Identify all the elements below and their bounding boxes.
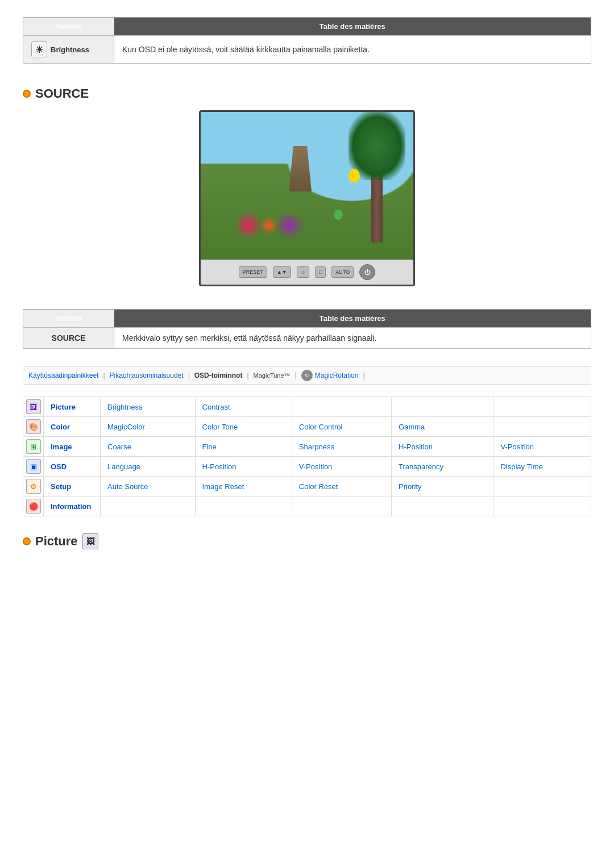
nav-sep-5: | bbox=[363, 372, 364, 379]
image-hposition-link[interactable]: H-Position bbox=[392, 437, 493, 457]
menu-icon-ctrl: □ bbox=[319, 269, 322, 275]
setup-priority-link[interactable]: Priority bbox=[392, 477, 493, 496]
info-menu-name[interactable]: Information bbox=[44, 496, 101, 516]
nav-sep-3: | bbox=[247, 372, 248, 379]
source-dot-icon bbox=[23, 90, 31, 98]
flowers bbox=[235, 214, 303, 237]
image-coarse-link[interactable]: Coarse bbox=[101, 437, 196, 457]
color-menu-icon: 🎨 bbox=[26, 419, 41, 434]
table-row: ▣ OSD Language H-Position V-Position Tra… bbox=[23, 457, 591, 477]
power-button[interactable]: ⏻ bbox=[359, 264, 375, 280]
nav-link-rotation[interactable]: MagicRotation bbox=[315, 372, 359, 379]
green-balloon bbox=[334, 210, 343, 220]
info-col3 bbox=[292, 496, 391, 516]
osd-language-link[interactable]: Language bbox=[101, 457, 196, 477]
top-table-col1-header: Valikko bbox=[23, 18, 114, 36]
picture-section-icon: 🖼 bbox=[82, 533, 98, 549]
osd-displaytime-link[interactable]: Display Time bbox=[493, 457, 591, 477]
monitor-frame: PRESET ▲▼ ☼ □ AUTO ⏻ bbox=[199, 110, 415, 286]
source-title: SOURCE bbox=[35, 86, 89, 101]
brightness-menu-item: ☀ Brightness bbox=[31, 41, 106, 57]
table-row: ⊞ Image Coarse Fine Sharpness H-Position… bbox=[23, 437, 591, 457]
picture-col3 bbox=[292, 397, 391, 417]
image-icon-cell: ⊞ bbox=[23, 437, 44, 457]
magic-rotation-icon: ↻ bbox=[301, 370, 313, 381]
magic-tune-link[interactable]: MagicTune™ bbox=[254, 372, 291, 379]
picture-brightness-link[interactable]: Brightness bbox=[101, 397, 196, 417]
info-icon-cell: 🔴 bbox=[23, 496, 44, 516]
preset-button[interactable]: PRESET bbox=[239, 266, 267, 278]
osd-menu-icon: ▣ bbox=[26, 459, 41, 474]
osd-icon-cell: ▣ bbox=[23, 457, 44, 477]
osd-menu-table: 🖼 Picture Brightness Contrast 🎨 Color Ma… bbox=[23, 397, 591, 516]
picture-dot-icon bbox=[23, 537, 31, 545]
nav-sep-1: | bbox=[103, 372, 105, 379]
table-row: ⚙ Setup Auto Source Image Reset Color Re… bbox=[23, 477, 591, 496]
setup-menu-name[interactable]: Setup bbox=[44, 477, 101, 496]
monitor-controls-bar: PRESET ▲▼ ☼ □ AUTO ⏻ bbox=[201, 260, 413, 285]
navigation-bar: Käyttösäädinpainikkeet | Pikaohjausomina… bbox=[23, 366, 591, 385]
top-info-table: Valikko Table des matières ☀ Brightness … bbox=[23, 17, 591, 64]
picture-col5 bbox=[493, 397, 591, 417]
menu-button[interactable]: □ bbox=[315, 266, 326, 278]
source-desc-cell: Merkkivalo syttyy sen merkiksi, että näy… bbox=[114, 328, 591, 349]
image-vposition-link[interactable]: V-Position bbox=[493, 437, 591, 457]
image-menu-icon: ⊞ bbox=[26, 439, 41, 454]
picture-heading: Picture 🖼 bbox=[23, 533, 591, 549]
info-col5 bbox=[493, 496, 591, 516]
auto-text-label: AUTO bbox=[335, 269, 350, 275]
nav-sep-4: | bbox=[295, 372, 297, 379]
top-table-col2-header: Table des matières bbox=[114, 18, 591, 36]
setup-icon-cell: ⚙ bbox=[23, 477, 44, 496]
osd-transparency-link[interactable]: Transparency bbox=[392, 457, 493, 477]
preset-label: PRESET bbox=[243, 269, 263, 275]
auto-text-button[interactable]: AUTO bbox=[331, 266, 354, 278]
image-menu-name[interactable]: Image bbox=[44, 437, 101, 457]
osd-vposition-link[interactable]: V-Position bbox=[292, 457, 391, 477]
setup-autosource-link[interactable]: Auto Source bbox=[101, 477, 196, 496]
picture-icon-cell: 🖼 bbox=[23, 397, 44, 417]
power-icon: ⏻ bbox=[364, 269, 371, 276]
color-control-link[interactable]: Color Control bbox=[292, 417, 391, 437]
setup-col5 bbox=[493, 477, 591, 496]
table-row: 🎨 Color MagicColor Color Tone Color Cont… bbox=[23, 417, 591, 437]
source-button[interactable]: ▲▼ bbox=[273, 266, 291, 278]
nav-link-buttons[interactable]: Käyttösäädinpainikkeet bbox=[28, 372, 98, 379]
nav-link-quick[interactable]: Pikaohjausominaisuudet bbox=[110, 372, 184, 379]
source-table-col2-header: Table des matières bbox=[114, 310, 591, 328]
osd-hposition-link[interactable]: H-Position bbox=[195, 457, 292, 477]
source-table-col1-header: Valikko bbox=[23, 310, 114, 328]
source-menu-cell: SOURCE bbox=[23, 328, 114, 349]
picture-menu-name[interactable]: Picture bbox=[44, 397, 101, 417]
top-table-desc-cell: Kun OSD ei ole näytössä, voit säätää kir… bbox=[114, 36, 591, 64]
color-tone-link[interactable]: Color Tone bbox=[195, 417, 292, 437]
magic-tune-text: MagicTune™ bbox=[254, 372, 291, 379]
nav-active-osd: OSD-toiminnot bbox=[194, 372, 243, 379]
picture-contrast-link[interactable]: Contrast bbox=[195, 397, 292, 417]
color-menu-name[interactable]: Color bbox=[44, 417, 101, 437]
brightness-label: Brightness bbox=[51, 45, 89, 54]
picture-title: Picture bbox=[35, 534, 78, 549]
picture-col4 bbox=[392, 397, 493, 417]
auto-icon: ☼ bbox=[301, 269, 305, 275]
yellow-balloon bbox=[349, 169, 360, 182]
source-heading: SOURCE bbox=[23, 86, 591, 101]
info-col2 bbox=[195, 496, 292, 516]
auto-button[interactable]: ☼ bbox=[297, 266, 309, 278]
color-magiccolor-link[interactable]: MagicColor bbox=[101, 417, 196, 437]
info-col1 bbox=[101, 496, 196, 516]
top-table-menu-cell: ☀ Brightness bbox=[23, 36, 114, 64]
color-gamma-link[interactable]: Gamma bbox=[392, 417, 493, 437]
image-sharpness-link[interactable]: Sharpness bbox=[292, 437, 391, 457]
image-fine-link[interactable]: Fine bbox=[195, 437, 292, 457]
setup-menu-icon: ⚙ bbox=[26, 479, 41, 494]
picture-menu-icon: 🖼 bbox=[26, 399, 41, 414]
monitor-screen bbox=[201, 112, 415, 260]
source-info-table: Valikko Table des matières SOURCE Merkki… bbox=[23, 309, 591, 349]
osd-menu-name[interactable]: OSD bbox=[44, 457, 101, 477]
setup-colorreset-link[interactable]: Color Reset bbox=[292, 477, 391, 496]
info-col4 bbox=[392, 496, 493, 516]
setup-imagereset-link[interactable]: Image Reset bbox=[195, 477, 292, 496]
brightness-icon: ☀ bbox=[31, 41, 47, 57]
table-row: 🖼 Picture Brightness Contrast bbox=[23, 397, 591, 417]
